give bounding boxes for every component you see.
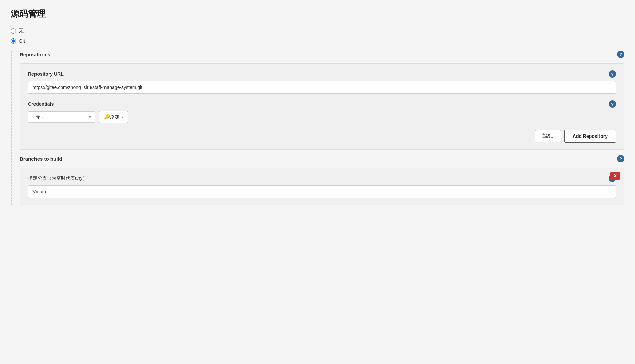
page-container: 源码管理 无 Git Repositories ? Repository URL…	[0, 0, 635, 221]
advanced-button-label: 高级...	[541, 133, 555, 139]
add-repository-button[interactable]: Add Repository	[564, 130, 616, 143]
repositories-panel: Repository URL ? Credentials ? - 无 -	[20, 63, 624, 150]
repositories-header: Repositories ?	[20, 51, 624, 58]
repositories-title: Repositories	[20, 52, 50, 57]
credentials-select[interactable]: - 无 -	[28, 111, 95, 123]
url-help-icon[interactable]: ?	[609, 70, 616, 78]
radio-git-input[interactable]	[11, 38, 16, 44]
add-credentials-button[interactable]: 🔑添加 ▾	[99, 111, 128, 123]
radio-git[interactable]: Git	[11, 38, 624, 44]
radio-git-label: Git	[19, 38, 25, 44]
credentials-row: - 无 - 🔑添加 ▾	[28, 111, 616, 123]
credentials-help-icon[interactable]: ?	[609, 100, 616, 108]
branch-field-label: 指定分支（为空时代表any）	[28, 175, 87, 181]
remove-branch-label: X	[614, 173, 617, 178]
credentials-field-group: Credentials ? - 无 - 🔑添加 ▾	[28, 100, 616, 123]
branches-panel: X 指定分支（为空时代表any） ?	[20, 168, 624, 205]
radio-none[interactable]: 无	[11, 28, 624, 34]
page-title: 源码管理	[11, 8, 624, 20]
branches-title: Branches to build	[20, 156, 62, 162]
branch-label-row: 指定分支（为空时代表any） ?	[28, 175, 616, 182]
radio-none-label: 无	[19, 28, 24, 34]
add-credentials-chevron-icon: ▾	[121, 115, 123, 119]
add-credentials-label: 🔑添加	[104, 114, 119, 120]
radio-none-input[interactable]	[11, 28, 16, 34]
branches-help-icon[interactable]: ?	[617, 155, 624, 162]
branches-section: Branches to build ? X 指定分支（为空时代表any） ?	[20, 155, 624, 205]
branch-input[interactable]	[28, 185, 616, 198]
repo-url-input[interactable]	[28, 81, 616, 94]
radio-group: 无 Git	[11, 28, 624, 44]
branches-header: Branches to build ?	[20, 155, 624, 162]
url-field-header: Repository URL ?	[28, 70, 616, 78]
advanced-button[interactable]: 高级...	[535, 130, 561, 142]
remove-branch-button[interactable]: X	[610, 172, 620, 180]
git-section: Repositories ? Repository URL ? Credenti…	[11, 51, 624, 205]
credentials-select-wrapper: - 无 -	[28, 111, 95, 123]
panel-actions: 高级... Add Repository	[28, 130, 616, 143]
repositories-help-icon[interactable]: ?	[617, 51, 624, 58]
add-repository-label: Add Repository	[573, 133, 608, 139]
url-label: Repository URL	[28, 71, 64, 77]
credentials-label: Credentials	[28, 101, 54, 107]
credentials-field-header: Credentials ?	[28, 100, 616, 108]
url-field-group: Repository URL ?	[28, 70, 616, 94]
